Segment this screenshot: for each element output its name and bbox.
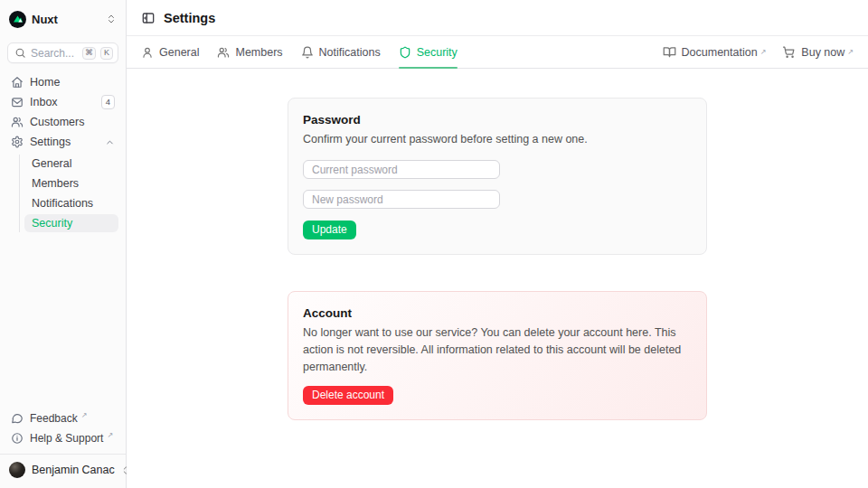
password-card-description: Confirm your current password before set…	[303, 131, 692, 148]
shield-icon	[399, 46, 411, 59]
documentation-link[interactable]: Documentation ↗	[663, 45, 767, 59]
chat-bubble-icon	[11, 412, 24, 425]
search-icon	[14, 47, 26, 59]
buy-now-link[interactable]: Buy now ↗	[782, 45, 854, 59]
gear-icon	[11, 136, 24, 148]
sidebar-item-home[interactable]: Home	[7, 73, 118, 91]
documentation-label: Documentation	[682, 46, 758, 59]
content-area: Password Confirm your current password b…	[127, 69, 868, 488]
tab-label: Members	[235, 46, 282, 59]
user-icon	[141, 46, 154, 59]
sidebar: Nuxt Search... ⌘ K Home Inbox 4	[0, 0, 127, 488]
user-menu[interactable]: Benjamin Canac	[7, 459, 118, 481]
info-circle-icon	[11, 432, 24, 445]
app-window: Nuxt Search... ⌘ K Home Inbox 4	[0, 0, 868, 488]
password-card: Password Confirm your current password b…	[288, 98, 707, 255]
inbox-count-badge: 4	[101, 95, 115, 108]
tab-label: Security	[417, 46, 458, 59]
tabsbar: General Members Notifications Security	[127, 36, 868, 69]
tab-security[interactable]: Security	[399, 36, 458, 68]
sidebar-item-label: Home	[30, 76, 115, 89]
sidebar-nav: Home Inbox 4 Customers Settings Gene	[7, 73, 118, 232]
users-icon	[217, 46, 230, 59]
nuxt-logo-icon	[9, 11, 26, 28]
users-icon	[11, 116, 24, 128]
current-password-input[interactable]	[303, 160, 500, 179]
update-button[interactable]: Update	[303, 221, 356, 239]
tab-label: Notifications	[319, 46, 381, 59]
chevrons-up-down-icon	[106, 14, 117, 24]
user-name: Benjamin Canac	[32, 464, 115, 476]
page-title: Settings	[164, 11, 215, 25]
titlebar: Settings	[127, 0, 868, 36]
feedback-label: Feedback	[30, 412, 78, 425]
account-card-title: Account	[303, 306, 692, 320]
settings-sub-list: General Members Notifications Security	[19, 155, 118, 232]
help-support-link[interactable]: Help & Support ↗	[7, 428, 118, 448]
workspace-switcher[interactable]: Nuxt	[7, 7, 118, 31]
workspace-name: Nuxt	[32, 13, 100, 26]
tabs: General Members Notifications Security	[141, 36, 458, 68]
sidebar-item-customers[interactable]: Customers	[7, 113, 118, 131]
sidebar-item-settings[interactable]: Settings	[7, 133, 118, 151]
delete-account-button[interactable]: Delete account	[303, 386, 393, 405]
avatar	[9, 462, 25, 478]
help-support-label: Help & Support	[30, 432, 103, 445]
kbd-k: K	[100, 47, 113, 60]
sub-item-label: Notifications	[32, 197, 93, 210]
feedback-link[interactable]: Feedback ↗	[7, 408, 118, 428]
new-password-input[interactable]	[303, 190, 500, 209]
password-card-title: Password	[303, 113, 692, 127]
search-placeholder: Search...	[31, 47, 78, 60]
book-open-icon	[663, 45, 676, 59]
home-icon	[11, 76, 24, 89]
kbd-meta: ⌘	[82, 47, 96, 60]
external-link-icon: ↗	[847, 48, 854, 56]
sidebar-item-inbox[interactable]: Inbox 4	[7, 93, 118, 111]
main-panel: Settings General Members Notifications	[127, 0, 868, 488]
inbox-icon	[11, 96, 24, 108]
sidebar-item-label: Inbox	[30, 96, 95, 108]
search-input[interactable]: Search... ⌘ K	[7, 42, 118, 63]
sidebar-spacer	[7, 232, 118, 408]
tab-notifications[interactable]: Notifications	[301, 36, 381, 68]
toolbar-links: Documentation ↗ Buy now ↗	[663, 45, 854, 59]
buy-now-label: Buy now	[801, 46, 844, 59]
bell-icon	[301, 46, 314, 59]
sidebar-item-label: Settings	[30, 136, 99, 148]
sidebar-divider	[0, 454, 126, 455]
sidebar-item-label: Customers	[30, 116, 115, 128]
sub-item-label: Members	[32, 177, 79, 190]
account-card-description: No longer want to use our service? You c…	[303, 324, 692, 376]
external-link-icon: ↗	[107, 431, 113, 439]
chevron-up-icon	[105, 137, 115, 147]
external-link-icon: ↗	[760, 48, 767, 56]
sidebar-item-settings-security[interactable]: Security	[24, 214, 118, 232]
sub-item-label: Security	[32, 217, 72, 230]
tab-general[interactable]: General	[141, 36, 199, 68]
shopping-cart-icon	[782, 45, 796, 59]
sidebar-item-settings-members[interactable]: Members	[24, 174, 118, 192]
sidebar-item-settings-notifications[interactable]: Notifications	[24, 194, 118, 212]
sidebar-item-settings-general[interactable]: General	[24, 155, 118, 173]
external-link-icon: ↗	[81, 411, 88, 419]
tab-label: General	[159, 46, 199, 59]
panel-left-close-icon	[141, 11, 156, 25]
sidebar-collapse-button[interactable]	[141, 11, 156, 25]
account-card: Account No longer want to use our servic…	[288, 291, 707, 420]
sub-item-label: General	[32, 157, 71, 170]
tab-members[interactable]: Members	[217, 36, 282, 68]
